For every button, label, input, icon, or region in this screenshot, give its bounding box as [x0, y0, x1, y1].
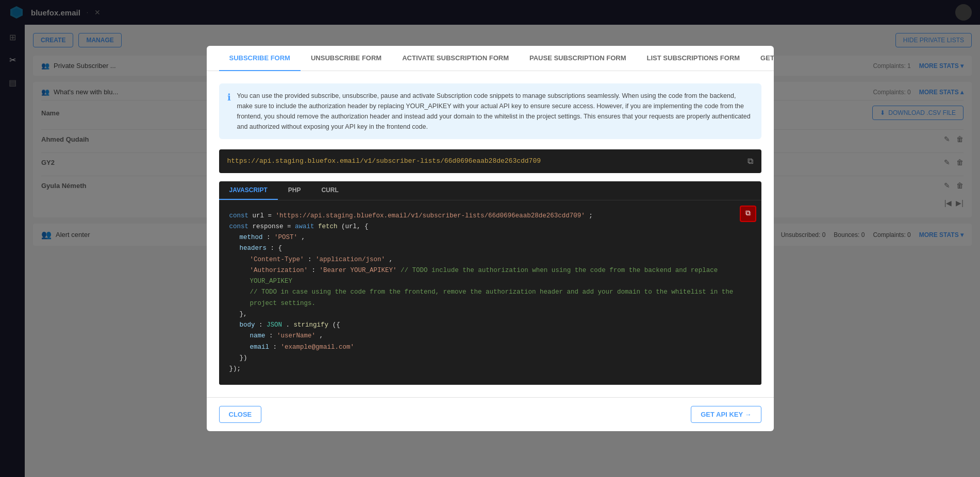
code-line-11: email : 'example@gmail.com'	[229, 342, 751, 353]
code-line-8: },	[229, 309, 751, 320]
tab-unsubscribe-form[interactable]: UNSUBSCRIBE FORM	[301, 46, 392, 71]
code-line-6: 'Authorization' : 'Bearer YOUR_APIKEY' /…	[229, 265, 751, 287]
modal-overlay: SUBSCRIBE FORM UNSUBSCRIBE FORM ACTIVATE…	[0, 0, 980, 477]
tab-subscribe-form[interactable]: SUBSCRIBE FORM	[219, 46, 301, 71]
url-bar: https://api.staging.bluefox.email/v1/sub…	[219, 149, 761, 173]
close-button[interactable]: CLOSE	[219, 406, 262, 423]
code-tabs: JAVASCRIPT PHP CURL	[219, 181, 761, 200]
code-tab-php[interactable]: PHP	[278, 181, 311, 200]
code-line-5: 'Content-Type' : 'application/json' ,	[229, 254, 751, 265]
code-line-9: body : JSON . stringify ({	[229, 320, 751, 331]
modal-body: ℹ You can use the provided subscribe, un…	[207, 71, 774, 398]
code-line-12: })	[229, 353, 751, 364]
code-tab-javascript[interactable]: JAVASCRIPT	[219, 181, 278, 200]
tab-list-subscriptions-form[interactable]: LIST SUBSCRIPTIONS FORM	[637, 46, 751, 71]
code-line-7: // TODO in case using the code from the …	[229, 287, 751, 309]
code-line-10: name : 'userName' ,	[229, 331, 751, 342]
tab-pause-subscription-form[interactable]: PAUSE SUBSCRIPTION FORM	[519, 46, 637, 71]
code-line-1: const url = 'https://api.staging.bluefox…	[229, 211, 751, 222]
get-api-key-button[interactable]: GET API KEY →	[691, 406, 761, 423]
code-block: ⧉ const url = 'https://api.staging.bluef…	[219, 200, 761, 385]
modal-footer: CLOSE GET API KEY →	[207, 397, 774, 431]
code-line-13: });	[229, 364, 751, 374]
code-line-4: headers : {	[229, 243, 751, 254]
info-text: You can use the provided subscribe, unsu…	[237, 91, 753, 132]
modal-tabs: SUBSCRIBE FORM UNSUBSCRIBE FORM ACTIVATE…	[207, 46, 774, 71]
tab-activate-subscription-form[interactable]: ACTIVATE SUBSCRIPTION FORM	[392, 46, 519, 71]
info-box: ℹ You can use the provided subscribe, un…	[219, 83, 761, 139]
code-line-3: method : 'POST' ,	[229, 232, 751, 243]
url-text: https://api.staging.bluefox.email/v1/sub…	[227, 157, 541, 165]
copy-url-icon[interactable]: ⧉	[748, 157, 753, 166]
copy-code-button[interactable]: ⧉	[740, 206, 756, 222]
code-tab-curl[interactable]: CURL	[311, 181, 348, 200]
tab-get-subscription-info-form[interactable]: GET SUBSCRIPTION INFO FORM	[750, 46, 773, 71]
info-icon: ℹ	[227, 92, 231, 103]
modal: SUBSCRIBE FORM UNSUBSCRIBE FORM ACTIVATE…	[207, 46, 774, 432]
code-section: JAVASCRIPT PHP CURL ⧉ const url = 'https…	[219, 181, 761, 385]
code-line-2: const response = await fetch (url, {	[229, 222, 751, 232]
